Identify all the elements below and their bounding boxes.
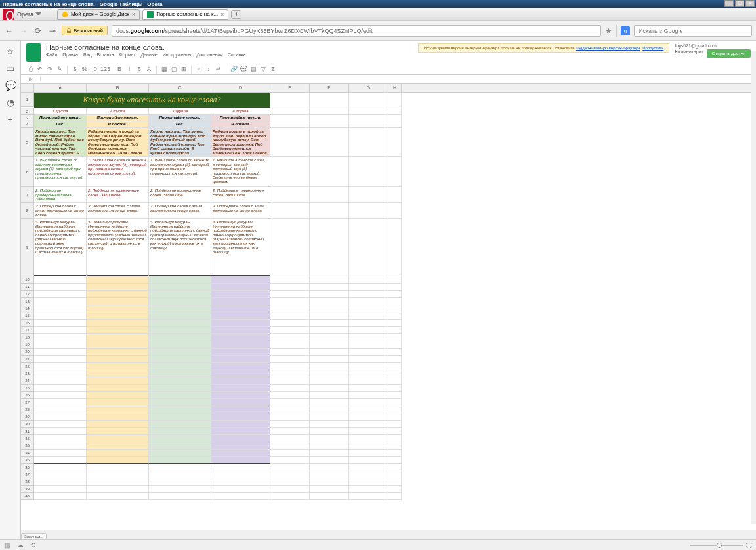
cell[interactable] (270, 157, 310, 187)
wrap-icon[interactable]: ↵ (215, 66, 222, 74)
reload-button[interactable]: ⟳ (33, 26, 43, 36)
cell[interactable]: 3. Подберите слова с этим согласным на к… (211, 203, 270, 219)
cell[interactable] (388, 385, 402, 392)
col-header[interactable]: D (211, 84, 270, 92)
cell[interactable]: 4. Используя ресурсы Интернета найдите п… (87, 219, 149, 276)
row-header[interactable]: 31 (21, 428, 34, 435)
cell[interactable] (87, 442, 149, 450)
cell[interactable] (149, 284, 211, 291)
cell[interactable] (34, 385, 87, 392)
cell[interactable] (149, 442, 211, 450)
cloud-icon[interactable]: ☁ (17, 541, 25, 549)
cell[interactable] (270, 413, 310, 421)
cell[interactable] (149, 320, 211, 327)
url-input[interactable]: docs.google.com/spreadsheets/d/1ATtBepsi… (112, 25, 601, 37)
cell[interactable] (349, 442, 388, 450)
chevron-down-icon[interactable] (35, 12, 41, 16)
cell[interactable] (211, 312, 270, 320)
cell[interactable] (211, 298, 270, 305)
sheet-tab-loading[interactable]: Загрузка... (21, 533, 47, 539)
wand-icon[interactable]: ⊸ (47, 26, 58, 36)
borders-icon[interactable]: ▢ (170, 66, 178, 74)
select-all-corner[interactable] (21, 84, 34, 92)
star-icon[interactable]: ☆ (5, 46, 16, 56)
row-header[interactable]: 27 (21, 399, 34, 406)
cell[interactable] (34, 413, 87, 421)
cell[interactable] (87, 334, 149, 341)
functions-icon[interactable]: Σ (269, 66, 277, 74)
cell[interactable] (149, 356, 211, 363)
cell[interactable] (87, 450, 149, 457)
cell[interactable] (270, 203, 310, 219)
row-header[interactable]: 25 (21, 385, 34, 392)
row-header[interactable]: 2 (21, 108, 34, 115)
cell[interactable] (87, 464, 149, 471)
cell[interactable] (349, 486, 388, 493)
cell[interactable] (149, 486, 211, 493)
cell[interactable] (149, 312, 211, 320)
cell[interactable] (310, 334, 349, 341)
cell[interactable]: Прочитайте текст. (87, 115, 149, 121)
cell[interactable] (270, 442, 310, 450)
row-header[interactable]: 30 (21, 421, 34, 428)
cell[interactable]: 4. Используя ресурсы Интернета найдите п… (211, 219, 270, 276)
cell[interactable] (270, 320, 310, 327)
panel-icon[interactable]: ▥ (4, 541, 12, 549)
cell[interactable] (310, 349, 349, 356)
cell[interactable] (310, 363, 349, 370)
cell[interactable] (87, 392, 149, 399)
cell[interactable] (388, 450, 402, 457)
cell[interactable] (349, 349, 388, 356)
cell[interactable] (270, 356, 310, 363)
cell[interactable] (310, 284, 349, 291)
decimal-icon[interactable]: .0 (91, 66, 98, 74)
row-header[interactable]: 34 (21, 450, 34, 457)
cell[interactable] (349, 377, 388, 385)
cell[interactable] (34, 291, 87, 298)
row-header[interactable]: 7 (21, 187, 34, 203)
cell[interactable] (87, 493, 149, 500)
more-formats-icon[interactable]: 123 (100, 66, 108, 74)
warning-dismiss[interactable]: Пропустить (642, 46, 663, 50)
cell[interactable] (310, 219, 349, 276)
row-header[interactable]: 6 (21, 157, 34, 187)
cell[interactable] (349, 457, 388, 464)
cell[interactable] (310, 187, 349, 203)
cell[interactable] (349, 435, 388, 442)
cell[interactable] (349, 327, 388, 334)
print-icon[interactable]: ⎙ (26, 66, 34, 74)
cell[interactable] (87, 370, 149, 377)
cell[interactable]: Хорош наш лес. Там много сочных трав. Во… (34, 128, 87, 157)
row-header[interactable]: 11 (21, 284, 34, 291)
col-header[interactable]: C (149, 84, 211, 92)
cell[interactable] (270, 291, 310, 298)
cell[interactable] (349, 356, 388, 363)
cell[interactable]: 3. Подберите слова с этим согласным на к… (34, 203, 87, 219)
sync-icon[interactable]: ⟲ (30, 541, 38, 549)
cell[interactable]: Ребята пошли в поход за город. Они переш… (211, 128, 270, 157)
cell[interactable] (34, 392, 87, 399)
cell[interactable] (310, 493, 349, 500)
row-header[interactable]: 28 (21, 406, 34, 413)
cell[interactable] (34, 320, 87, 327)
cell[interactable] (310, 399, 349, 406)
cell[interactable] (310, 471, 349, 478)
back-button[interactable]: ← (4, 26, 14, 36)
cell[interactable] (388, 457, 402, 464)
cell[interactable] (310, 93, 349, 108)
cell[interactable] (211, 320, 270, 327)
cell[interactable] (310, 320, 349, 327)
cell[interactable] (388, 327, 402, 334)
note-icon[interactable]: ▭ (5, 63, 16, 74)
cell[interactable] (388, 157, 402, 187)
clock-icon[interactable]: ◔ (5, 97, 16, 108)
maximize-button[interactable]: □ (735, 0, 744, 7)
cell[interactable]: 4. Используя ресурсы Интернета найдите п… (149, 219, 211, 276)
row-header[interactable]: 22 (21, 363, 34, 370)
comments-button[interactable]: Комментарии (675, 49, 704, 58)
cell[interactable] (211, 478, 270, 486)
cell[interactable] (149, 276, 211, 284)
col-header[interactable]: G (349, 84, 388, 92)
cell[interactable]: 1. Найдите в тексте слова, в которых зво… (211, 157, 270, 187)
cell[interactable] (349, 305, 388, 312)
